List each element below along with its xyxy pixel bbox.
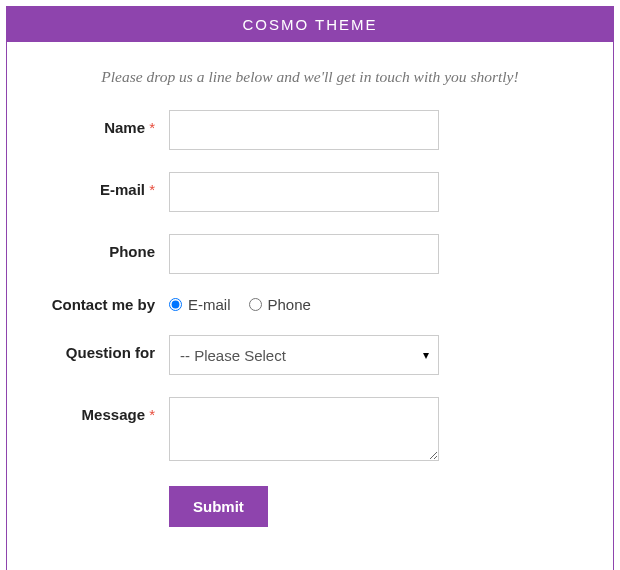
question-for-select[interactable]: -- Please Select: [169, 335, 439, 375]
label-message-text: Message: [82, 406, 145, 423]
phone-input[interactable]: [169, 234, 439, 274]
required-marker: *: [149, 181, 155, 198]
label-question-for-text: Question for: [66, 344, 155, 361]
row-name: Name *: [37, 110, 583, 150]
card-title: COSMO THEME: [242, 16, 377, 33]
label-name-text: Name: [104, 119, 145, 136]
intro-text: Please drop us a line below and we'll ge…: [87, 66, 533, 88]
label-submit-spacer: [37, 486, 169, 495]
name-input[interactable]: [169, 110, 439, 150]
submit-button-label: Submit: [193, 498, 244, 515]
card-header: COSMO THEME: [7, 7, 613, 42]
radio-phone[interactable]: Phone: [249, 296, 311, 313]
radio-phone-input[interactable]: [249, 298, 262, 311]
row-contact-by: Contact me by E-mail Phone: [37, 296, 583, 313]
label-contact-by-text: Contact me by: [52, 296, 155, 313]
radio-phone-label: Phone: [268, 296, 311, 313]
label-phone: Phone: [37, 234, 169, 260]
label-phone-text: Phone: [109, 243, 155, 260]
radio-email[interactable]: E-mail: [169, 296, 231, 313]
card-body: Please drop us a line below and we'll ge…: [7, 42, 613, 570]
label-email-text: E-mail: [100, 181, 145, 198]
radio-email-label: E-mail: [188, 296, 231, 313]
contact-card: COSMO THEME Please drop us a line below …: [6, 6, 614, 570]
question-for-select-wrap: -- Please Select: [169, 335, 439, 375]
submit-button[interactable]: Submit: [169, 486, 268, 527]
label-message: Message *: [37, 397, 169, 423]
row-phone: Phone: [37, 234, 583, 274]
row-email: E-mail *: [37, 172, 583, 212]
label-name: Name *: [37, 110, 169, 136]
radio-email-input[interactable]: [169, 298, 182, 311]
message-textarea[interactable]: [169, 397, 439, 461]
required-marker: *: [149, 119, 155, 136]
email-input[interactable]: [169, 172, 439, 212]
required-marker: *: [149, 406, 155, 423]
row-submit: Submit: [37, 486, 583, 527]
contact-by-radios: E-mail Phone: [169, 296, 311, 313]
label-contact-by: Contact me by: [37, 296, 169, 313]
row-question-for: Question for -- Please Select: [37, 335, 583, 375]
label-question-for: Question for: [37, 335, 169, 361]
label-email: E-mail *: [37, 172, 169, 198]
row-message: Message *: [37, 397, 583, 464]
